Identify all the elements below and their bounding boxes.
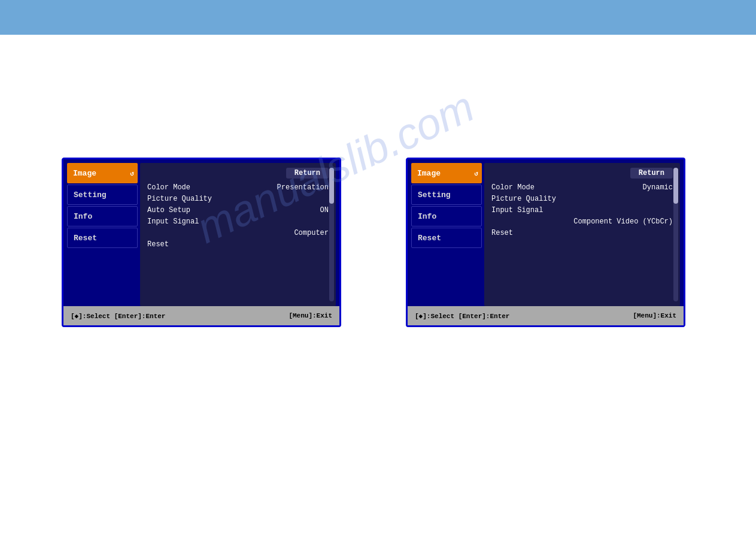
left-row-3: Input Signal: [147, 217, 329, 226]
left-row-1: Picture Quality: [147, 195, 329, 203]
left-row-3-label: Input Signal: [147, 217, 199, 226]
left-row-2: Auto Setup ON: [147, 206, 329, 214]
right-osd-sidebar: Image ↺ Setting Info Reset: [411, 163, 482, 306]
right-menu-reset-label: Reset: [418, 234, 441, 243]
right-row-0-value: Dynamic: [643, 183, 673, 192]
right-row-0-label: Color Mode: [491, 183, 535, 192]
right-statusbar: [◆]:Select [Enter]:Enter [Menu]:Exit: [408, 306, 684, 325]
left-menu-setting-label: Setting: [74, 191, 107, 200]
left-row-2-value: ON: [320, 206, 329, 214]
right-row-3: Component Video (YCbCr): [491, 217, 673, 226]
right-row-4: Reset: [491, 229, 673, 237]
left-osd: Image ↺ Setting Info Reset: [62, 158, 341, 327]
left-status-left: [◆]:Select [Enter]:Enter: [71, 312, 165, 320]
left-osd-sidebar: Image ↺ Setting Info Reset: [67, 163, 138, 306]
right-menu-reset[interactable]: Reset: [411, 228, 482, 248]
right-menu-setting-label: Setting: [418, 191, 451, 200]
left-menu-info[interactable]: Info: [67, 206, 138, 226]
left-row-0-value: Presentation: [277, 183, 329, 192]
left-menu-reset-label: Reset: [74, 234, 97, 243]
left-row-4-value: Computer: [294, 229, 329, 237]
right-menu-info-label: Info: [418, 212, 436, 221]
right-row-1-label: Picture Quality: [491, 195, 556, 203]
right-row-2-label: Input Signal: [491, 206, 543, 214]
left-return-btn[interactable]: Return: [286, 168, 329, 179]
left-row-4: Computer: [147, 229, 329, 237]
right-osd-content: Return Color Mode Dynamic Picture Qualit…: [484, 163, 680, 306]
right-menu-info[interactable]: Info: [411, 206, 482, 226]
right-row-4-label: Reset: [491, 229, 513, 237]
right-scrollbar[interactable]: [673, 168, 678, 301]
left-osd-content: Return Color Mode Presentation Picture Q…: [140, 163, 336, 306]
left-row-0-label: Color Mode: [147, 183, 190, 192]
right-row-1: Picture Quality: [491, 195, 673, 203]
left-row-1-label: Picture Quality: [147, 195, 212, 203]
right-row-0: Color Mode Dynamic: [491, 183, 673, 192]
left-row-2-label: Auto Setup: [147, 206, 190, 214]
right-menu-image-icon: ↺: [474, 170, 478, 177]
left-menu-info-label: Info: [74, 212, 92, 221]
right-menu-image[interactable]: Image ↺: [411, 163, 482, 183]
left-row-5: Reset: [147, 240, 329, 249]
right-row-2: Input Signal: [491, 206, 673, 214]
left-statusbar: [◆]:Select [Enter]:Enter [Menu]:Exit: [63, 306, 339, 325]
right-return-btn[interactable]: Return: [630, 168, 673, 179]
right-row-3-value: Component Video (YCbCr): [573, 217, 673, 226]
right-status-left: [◆]:Select [Enter]:Enter: [415, 312, 509, 320]
left-menu-setting[interactable]: Setting: [67, 185, 138, 205]
right-menu-setting[interactable]: Setting: [411, 185, 482, 205]
right-scrollbar-thumb: [673, 168, 678, 204]
left-row-0: Color Mode Presentation: [147, 183, 329, 192]
left-scrollbar-thumb: [329, 168, 334, 204]
left-menu-image[interactable]: Image ↺: [67, 163, 138, 183]
right-status-right: [Menu]:Exit: [633, 312, 676, 319]
left-row-5-label: Reset: [147, 240, 169, 249]
left-content-header: Return: [147, 168, 329, 179]
left-menu-image-icon: ↺: [130, 170, 134, 177]
right-menu-image-label: Image: [417, 169, 441, 178]
left-menu-reset[interactable]: Reset: [67, 228, 138, 248]
left-scrollbar[interactable]: [329, 168, 334, 301]
top-bar: [0, 0, 756, 35]
right-osd: Image ↺ Setting Info Reset: [406, 158, 685, 327]
page-content: manualslib.com Image ↺ Setting Info: [0, 35, 756, 535]
left-status-right: [Menu]:Exit: [289, 312, 332, 319]
right-content-header: Return: [491, 168, 673, 179]
left-menu-image-label: Image: [73, 169, 96, 178]
